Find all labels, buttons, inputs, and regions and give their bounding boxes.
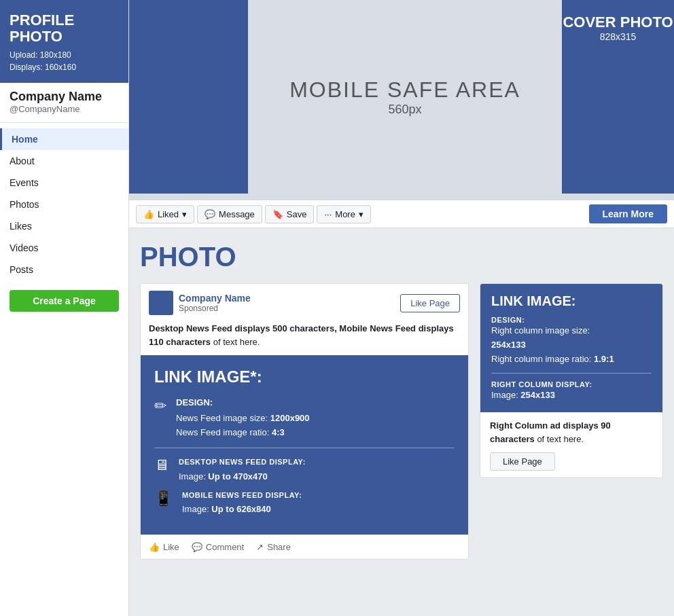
photo-heading: PHOTO — [140, 242, 663, 272]
profile-upload: Upload: 180x180 — [10, 50, 71, 60]
right-card-text-regular: of text here. — [535, 434, 584, 444]
right-link-box: LINK IMAGE: DESIGN: Right column image s… — [480, 284, 662, 412]
liked-button[interactable]: 👍 Liked ▾ — [136, 205, 194, 223]
comment-action-button[interactable]: 💬 Comment — [192, 539, 244, 555]
comment-label: Comment — [206, 542, 244, 552]
post-card: Company Name Sponsored Like Page Desktop… — [140, 283, 469, 560]
link-image-title: LINK IMAGE*: — [154, 367, 455, 386]
profile-upload-info: Upload: 180x180 Displays: 160x160 — [10, 49, 119, 73]
right-divider — [491, 373, 652, 374]
divider-line — [154, 448, 455, 448]
main-content: COVER PHOTO 828x315 MOBILE SAFE AREA 560… — [129, 0, 674, 616]
link-image-box: LINK IMAGE*: ✏ DESIGN: News Feed image s… — [141, 355, 468, 535]
desktop-image-label: Image: — [179, 471, 208, 482]
message-label: Message — [219, 209, 255, 219]
news-feed-size-value: 1200x900 — [270, 413, 310, 423]
mobile-icon: 📱 — [154, 490, 173, 507]
thumbs-up-icon: 👍 — [143, 209, 154, 219]
nav-item-about[interactable]: About — [0, 150, 128, 172]
nav-item-events[interactable]: Events — [0, 172, 128, 194]
message-icon: 💬 — [205, 209, 215, 219]
post-actions: 👍 Like 💬 Comment ↗ Share — [141, 535, 468, 559]
action-bar: 👍 Liked ▾ 💬 Message 🔖 Save ··· More ▾ Le… — [129, 200, 674, 228]
design-info: DESIGN: News Feed image size: 1200x900 N… — [176, 396, 310, 439]
mobile-safe-area: MOBILE SAFE AREA 560px — [248, 0, 562, 194]
right-col-ratio-value: 1.9:1 — [594, 354, 614, 364]
post-meta: Company Name Sponsored — [179, 293, 400, 313]
profile-displays: Displays: 160x160 — [10, 62, 76, 72]
nav-link-about[interactable]: About — [0, 150, 128, 172]
desktop-image-size: Image: Up to 470x470 — [179, 470, 306, 484]
desktop-image-size-value: Up to 470x470 — [208, 471, 267, 482]
message-button[interactable]: 💬 Message — [197, 205, 262, 223]
post-avatar — [149, 291, 173, 315]
company-name: Company Name — [10, 90, 119, 104]
right-design-info: Right column image size: 254x133 Right c… — [491, 324, 652, 366]
profile-box: PROFILE PHOTO Upload: 180x180 Displays: … — [0, 0, 128, 83]
nav-divider — [0, 122, 128, 123]
design-label: DESIGN: — [176, 396, 310, 410]
news-feed-size-label: News Feed image size: — [176, 413, 270, 423]
company-handle: @CompanyName — [10, 104, 119, 114]
company-name-section: Company Name @CompanyName — [0, 83, 128, 117]
learn-more-button[interactable]: Learn More — [589, 204, 667, 223]
nav-item-photos[interactable]: Photos — [0, 194, 128, 215]
cover-photo-title: COVER PHOTO — [562, 0, 674, 31]
desktop-display-label: DESKTOP NEWS FEED DISPLAY: — [179, 456, 306, 469]
bookmark-icon: 🔖 — [272, 209, 283, 219]
nav-item-videos[interactable]: Videos — [0, 237, 128, 259]
nav-link-events[interactable]: Events — [0, 172, 128, 194]
like-page-button-small[interactable]: Like Page — [400, 294, 460, 312]
right-col-ratio: Right column image ratio: 1.9:1 — [491, 352, 652, 367]
post-company-name: Company Name — [179, 293, 400, 304]
more-label: More — [335, 209, 355, 219]
more-chevron-icon: ▾ — [359, 209, 363, 219]
link-design-row: ✏ DESIGN: News Feed image size: 1200x900… — [154, 396, 455, 439]
mobile-display-info: MOBILE NEWS FEED DISPLAY: Image: Up to 6… — [182, 490, 302, 517]
nav-item-posts[interactable]: Posts — [0, 259, 128, 280]
mobile-safe-size: 560px — [388, 103, 421, 117]
right-design-label: DESIGN: — [491, 316, 652, 324]
cover-photo-size: 828x315 — [562, 31, 674, 42]
right-column-card: LINK IMAGE: DESIGN: Right column image s… — [480, 283, 663, 478]
comment-icon: 💬 — [192, 542, 202, 552]
post-text-bold1: Desktop News Feed displays 500 character… — [149, 323, 334, 333]
nav-link-photos[interactable]: Photos — [0, 194, 128, 215]
nav-link-home[interactable]: Home — [0, 128, 128, 150]
cover-photo-label: COVER PHOTO 828x315 — [562, 0, 674, 42]
more-button[interactable]: ··· More ▾ — [317, 205, 370, 223]
save-label: Save — [287, 209, 307, 219]
news-feed-ratio: News Feed image ratio: 4:3 — [176, 426, 310, 440]
right-col-size-label: Right column image size: — [491, 325, 590, 336]
right-card-body: Right Column ad displays 90 characters o… — [480, 412, 662, 477]
right-display-image-size: 254x133 — [520, 390, 555, 400]
mobile-display-row: 📱 MOBILE NEWS FEED DISPLAY: Image: Up to… — [154, 490, 455, 517]
save-button[interactable]: 🔖 Save — [265, 205, 315, 223]
share-action-button[interactable]: ↗ Share — [256, 539, 291, 555]
content-area: PHOTO Company Name Sponsored Like Page D… — [129, 228, 674, 573]
nav-item-home[interactable]: Home — [0, 128, 128, 150]
cover-blue-left — [129, 0, 248, 194]
cover-section: COVER PHOTO 828x315 MOBILE SAFE AREA 560… — [129, 0, 674, 200]
like-icon: 👍 — [149, 542, 160, 552]
right-display-label: RIGHT COLUMN DISPLAY: — [491, 380, 652, 388]
posts-row: Company Name Sponsored Like Page Desktop… — [140, 283, 663, 560]
cover-blue-right: COVER PHOTO 828x315 — [562, 0, 674, 194]
right-col-size: Right column image size: 254x133 — [491, 324, 652, 352]
nav-link-videos[interactable]: Videos — [0, 237, 128, 259]
right-link-title: LINK IMAGE: — [491, 293, 652, 309]
nav-link-posts[interactable]: Posts — [0, 259, 128, 280]
news-feed-size: News Feed image size: 1200x900 — [176, 412, 310, 426]
nav-link-likes[interactable]: Likes — [0, 215, 128, 237]
like-action-button[interactable]: 👍 Like — [149, 539, 179, 555]
nav-list: Home About Events Photos Likes Videos Po… — [0, 128, 128, 280]
right-col-size-value: 254x133 — [491, 340, 526, 350]
like-label: Like — [163, 542, 179, 552]
post-card-header: Company Name Sponsored Like Page — [141, 284, 468, 322]
right-col-ratio-label: Right column image ratio: — [491, 354, 594, 364]
like-page-button-right[interactable]: Like Page — [490, 452, 555, 471]
right-display-image-label: Image: — [491, 390, 520, 400]
desktop-icon: 🖥 — [154, 456, 169, 474]
nav-item-likes[interactable]: Likes — [0, 215, 128, 237]
create-page-button[interactable]: Create a Page — [10, 290, 119, 312]
